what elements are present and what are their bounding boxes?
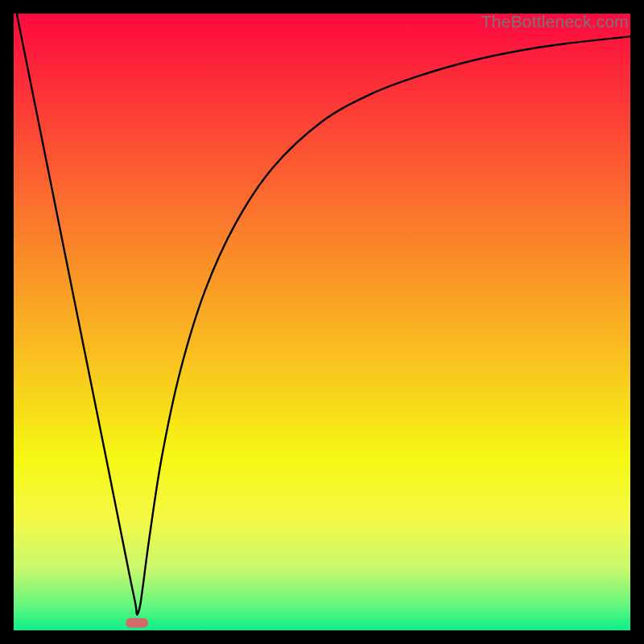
watermark-text: TheBottleneck.com — [481, 12, 629, 31]
chart-frame: TheBottleneck.com — [14, 14, 630, 630]
chart-canvas — [14, 14, 630, 630]
chart-background — [14, 14, 630, 630]
minimum-marker — [126, 618, 148, 628]
